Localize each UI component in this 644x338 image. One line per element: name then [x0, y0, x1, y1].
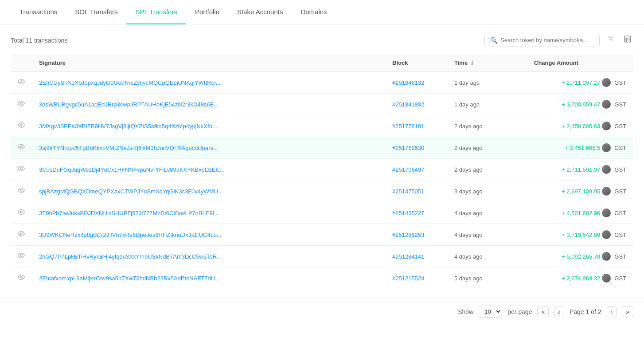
block-link[interactable]: #251778181	[392, 123, 424, 130]
row-eye-cell	[11, 224, 32, 246]
block-link[interactable]: #251435227	[392, 210, 424, 216]
amount-cell: + 5,092,265.78 GST	[534, 252, 626, 261]
signature-link[interactable]: 3sj9kYYNropd5TgBbKkxpVMtZNeJsi7j6ixM3hJu…	[39, 145, 218, 151]
search-box[interactable]: 🔍	[484, 34, 600, 47]
tab-sol-transfers[interactable]: SOL Transfers	[66, 0, 126, 24]
row-time: 2 days ago	[447, 159, 527, 181]
export-csv-icon[interactable]	[622, 33, 633, 47]
time-info-icon[interactable]: ℹ	[471, 60, 473, 66]
row-eye-cell	[11, 72, 32, 94]
token-label: GST	[614, 166, 626, 173]
row-block[interactable]: #251475051	[385, 181, 447, 202]
signature-link[interactable]: 3U9WKCNeRzx8p8gBCr2tHVn7xRe6DpeJes8HHZtk…	[39, 232, 222, 238]
row-block[interactable]: #251841882	[385, 94, 447, 115]
next-page-button[interactable]: ›	[607, 307, 617, 317]
row-signature[interactable]: 3T9hPb7twJuksPDJDXNHicSHUPFj57Jt777MhSt6…	[32, 202, 385, 224]
eye-icon[interactable]	[18, 144, 25, 152]
row-eye-cell	[11, 159, 32, 181]
amount-cell: + 4,501,682.96 GST	[534, 208, 626, 217]
eye-icon[interactable]	[18, 101, 25, 108]
row-signature[interactable]: 2EmafxomYpL9aMijxxCsv9sa5hZXw76hdNBb22Rx…	[32, 267, 385, 289]
amount-value: + 2,697,109.95	[562, 188, 600, 195]
block-link[interactable]: #251475051	[392, 188, 424, 195]
signature-link[interactable]: 3CusDuFGqJugWezDj4YuCx1HFNNFvpuNvPrFiLv8…	[39, 166, 225, 173]
token-label: GST	[614, 123, 626, 130]
eye-icon[interactable]	[18, 188, 25, 195]
block-link[interactable]: #251706497	[392, 166, 424, 173]
block-link[interactable]: #251284141	[392, 253, 424, 260]
table-header-row: Total 11 transactions 🔍	[11, 33, 633, 47]
eye-icon[interactable]	[18, 275, 25, 282]
row-signature[interactable]: spjBAzgMQGBQXDmeQYPXaxCTWPJYuSmXqYqGiK3c…	[32, 181, 385, 202]
last-page-button[interactable]: »	[622, 307, 633, 317]
block-link[interactable]: #251215524	[392, 275, 424, 282]
eye-icon[interactable]	[18, 253, 25, 260]
eye-icon[interactable]	[18, 209, 25, 217]
row-amount: + 2,458,600.63 GST	[527, 115, 633, 137]
amount-value: + 2,674,963.32	[562, 275, 600, 282]
token-icon	[602, 122, 611, 130]
row-signature[interactable]: 3dsWBUBgvgc5uA1aqEdJRrp3cwpJRPTAUHoKjE54…	[32, 94, 385, 115]
time-value: 5 days ago	[454, 275, 483, 282]
table-row: 2hGQ7P7LpkBTiHvRykBHi4yfqdu3XxYm9USkNdB7…	[11, 246, 633, 267]
pagination: Show 10 25 50 per page « ‹ Page 1 of 2 ›…	[0, 298, 644, 325]
row-eye-cell	[11, 94, 32, 115]
tab-spl-transfers[interactable]: SPL Transfers	[126, 0, 186, 24]
block-link[interactable]: #251841882	[392, 101, 424, 108]
row-block[interactable]: #251286253	[385, 224, 447, 246]
row-block[interactable]: #251706497	[385, 159, 447, 181]
tab-stake-accounts[interactable]: Stake Accounts	[228, 0, 292, 24]
table-row: 2EhCUySnXqXfxtopxqJdyGdGedNrsZytjvcMQCpQ…	[11, 72, 633, 94]
row-block[interactable]: #251284141	[385, 246, 447, 267]
row-signature[interactable]: 2EhCUySnXqXfxtopxqJdyGdGedNrsZytjvcMQCpQ…	[32, 72, 385, 94]
signature-link[interactable]: 2hGQ7P7LpkBTiHvRykBHi4yfqdu3XxYm9USkNdB7…	[39, 253, 222, 260]
signature-link[interactable]: 2EhCUySnXqXfxtopxqJdyGdGedNrsZytjvcMQCpQ…	[39, 79, 221, 86]
eye-icon[interactable]	[18, 231, 25, 239]
per-page-text: per page	[507, 308, 532, 315]
token-label: GST	[614, 232, 626, 238]
col-header-amount: Change Amount	[527, 54, 633, 72]
row-block[interactable]: #251846132	[385, 72, 447, 94]
row-signature[interactable]: 3sj9kYYNropd5TgBbKkxpVMtZNeJsi7j6ixM3hJu…	[32, 137, 385, 159]
token-icon	[602, 187, 611, 196]
eye-icon[interactable]	[18, 79, 25, 86]
signature-link[interactable]: 3dsWBUBgvgc5uA1aqEdJRrp3cwpJRPTAUHoKjE54…	[39, 101, 219, 108]
search-input[interactable]	[500, 37, 594, 43]
eye-icon[interactable]	[18, 166, 25, 173]
token-icon	[602, 100, 611, 109]
row-block[interactable]: #251215524	[385, 267, 447, 289]
token-icon	[602, 230, 611, 239]
table-row: 3sj9kYYNropd5TgBbKkxpVMtZNeJsi7j6ixM3hJu…	[11, 137, 633, 159]
table-row: 3T9hPb7twJuksPDJDXNHicSHUPFj57Jt777MhSt6…	[11, 202, 633, 224]
tab-portfolio[interactable]: Portfolio	[186, 0, 228, 24]
table-row: 2EmafxomYpL9aMijxxCsv9sa5hZXw76hdNBb22Rx…	[11, 267, 633, 289]
block-link[interactable]: #251286253	[392, 232, 424, 238]
eye-icon[interactable]	[18, 122, 25, 130]
prev-page-button[interactable]: ‹	[554, 307, 564, 317]
row-signature[interactable]: 3CusDuFGqJugWezDj4YuCx1HFNNFvpuNvPrFiLv8…	[32, 159, 385, 181]
block-link[interactable]: #251846132	[392, 79, 424, 86]
row-amount: + 3,719,542.99 GST	[527, 224, 633, 246]
row-block[interactable]: #251435227	[385, 202, 447, 224]
svg-point-14	[20, 233, 22, 235]
tab-transactions[interactable]: Transactions	[11, 0, 66, 24]
signature-link[interactable]: 2EmafxomYpL9aMijxxCsv9sa5hZXw76hdNBb22Rx…	[39, 275, 220, 282]
row-block[interactable]: #251778181	[385, 115, 447, 137]
signature-link[interactable]: spjBAzgMQGBQXDmeQYPXaxCTWPJYuSmXqYqGiK3c…	[39, 188, 223, 195]
signature-link[interactable]: 3T9hPb7twJuksPDJDXNHicSHUPFj57Jt777MhSt6…	[39, 210, 219, 216]
row-signature[interactable]: 3U9WKCNeRzx8p8gBCr2tHVn7xRe6DpeJes8HHZtk…	[32, 224, 385, 246]
block-link[interactable]: #251752630	[392, 145, 424, 151]
row-signature[interactable]: 3MXgv3SPPa3XBtFB9HV7JsgVj8ijtQXZtS5s9io5…	[32, 115, 385, 137]
filter-icon[interactable]	[605, 33, 617, 47]
tab-domains[interactable]: Domains	[292, 0, 336, 24]
per-page-select[interactable]: 10 25 50	[479, 306, 502, 318]
time-value: 2 days ago	[454, 166, 483, 173]
row-block[interactable]: #251752630	[385, 137, 447, 159]
row-signature[interactable]: 2hGQ7P7LpkBTiHvRykBHi4yfqdu3XxYm9USkNdB7…	[32, 246, 385, 267]
svg-point-7	[20, 81, 22, 83]
row-time: 2 days ago	[447, 115, 527, 137]
row-time: 1 day ago	[447, 72, 527, 94]
signature-link[interactable]: 3MXgv3SPPa3XBtFB9HV7JsgVj8ijtQXZtS5s9io5…	[39, 123, 217, 130]
first-page-button[interactable]: «	[537, 307, 549, 317]
table-row: 3MXgv3SPPa3XBtFB9HV7JsgVj8ijtQXZtS5s9io5…	[11, 115, 633, 137]
